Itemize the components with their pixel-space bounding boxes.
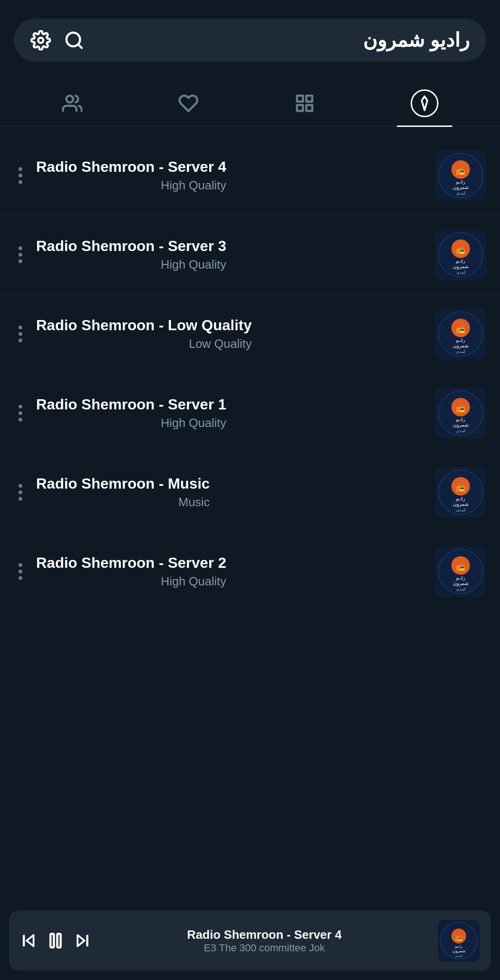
dot: [19, 174, 22, 177]
svg-text:📻: 📻: [456, 404, 465, 413]
svg-text:شمرون: شمرون: [453, 264, 469, 270]
dot: [19, 259, 22, 263]
svg-text:📻: 📻: [456, 166, 465, 175]
svg-rect-5: [306, 96, 312, 102]
station-name: Radio Shemroon - Server 4: [36, 158, 226, 176]
dot: [19, 253, 22, 257]
list-item[interactable]: Radio Shemroon - Server 3 High Quality 📻…: [0, 215, 500, 295]
more-options-button[interactable]: [14, 559, 27, 584]
tab-group[interactable]: [48, 80, 96, 126]
now-playing-logo: 📻 رادیو شمرون کمدی: [438, 920, 480, 961]
more-options-button[interactable]: [14, 479, 27, 505]
svg-text:کمدی: کمدی: [456, 508, 466, 512]
more-options-button[interactable]: [14, 163, 27, 188]
station-name: Radio Shemroon - Server 1: [36, 396, 226, 413]
station-name: Radio Shemroon - Music: [36, 475, 210, 492]
more-options-button[interactable]: [14, 400, 27, 426]
station-left-3: Radio Shemroon - Low Quality Low Quality: [14, 317, 252, 351]
station-info-1: Radio Shemroon - Server 4 High Quality: [36, 158, 226, 193]
station-name: Radio Shemroon - Low Quality: [36, 317, 252, 334]
svg-text:شمرون: شمرون: [453, 501, 469, 507]
dot: [19, 490, 22, 494]
svg-text:📻: 📻: [456, 562, 465, 571]
svg-marker-55: [78, 935, 85, 946]
dot: [19, 411, 22, 415]
svg-point-0: [38, 38, 44, 43]
station-left-5: Radio Shemroon - Music Music: [14, 475, 210, 509]
app-title: رادیو شمرون: [363, 29, 469, 51]
tab-discover[interactable]: [397, 80, 452, 126]
svg-text:📻: 📻: [455, 934, 463, 942]
dot: [19, 180, 22, 184]
more-options-button[interactable]: [14, 321, 27, 347]
compass-circle: [411, 89, 438, 117]
tab-grid[interactable]: [281, 80, 329, 126]
station-logo: 📻 رادیو شمرون کمدی: [435, 308, 486, 359]
station-logo: 📻 رادیو شمرون کمدی: [435, 150, 486, 201]
station-quality: High Quality: [36, 258, 226, 272]
svg-text:رادیو: رادیو: [455, 944, 462, 949]
station-name: Radio Shemroon - Server 2: [36, 554, 226, 572]
svg-text:کمدی: کمدی: [456, 349, 466, 354]
list-item[interactable]: Radio Shemroon - Server 4 High Quality 📻…: [0, 136, 500, 215]
playback-controls: [20, 930, 91, 951]
svg-line-2: [78, 44, 82, 48]
station-left-4: Radio Shemroon - Server 1 High Quality: [14, 396, 226, 430]
station-left-6: Radio Shemroon - Server 2 High Quality: [14, 554, 226, 589]
svg-marker-51: [27, 935, 34, 946]
list-item[interactable]: Radio Shemroon - Low Quality Low Quality…: [0, 295, 500, 374]
dot: [19, 418, 22, 421]
people-icon: [62, 93, 82, 113]
header-icons: [31, 30, 84, 50]
svg-text:📻: 📻: [456, 483, 465, 492]
tab-favorites[interactable]: [164, 80, 212, 126]
compass-icon: [416, 95, 433, 112]
svg-text:کمدی: کمدی: [456, 270, 466, 275]
svg-text:📻: 📻: [456, 245, 465, 254]
now-playing-bar[interactable]: Radio Shemroon - Server 4 E3 The 300 com…: [9, 911, 491, 971]
skip-forward-button[interactable]: [74, 932, 91, 949]
svg-text:کمدی: کمدی: [456, 191, 466, 195]
station-left-2: Radio Shemroon - Server 3 High Quality: [14, 238, 226, 272]
svg-point-3: [66, 96, 73, 103]
svg-rect-6: [306, 105, 312, 111]
station-info-6: Radio Shemroon - Server 2 High Quality: [36, 554, 226, 589]
now-playing-info: Radio Shemroon - Server 4 E3 The 300 com…: [100, 928, 429, 954]
dot: [19, 339, 22, 342]
svg-rect-7: [297, 105, 303, 111]
list-item[interactable]: Radio Shemroon - Server 2 High Quality 📻…: [0, 532, 500, 611]
dot: [19, 570, 22, 573]
dot: [19, 484, 22, 488]
dot: [19, 405, 22, 408]
gear-icon[interactable]: [31, 30, 51, 50]
station-logo: 📻 رادیو شمرون کمدی: [435, 388, 486, 439]
station-quality: High Quality: [36, 416, 226, 430]
list-item[interactable]: Radio Shemroon - Music Music 📻 رادیو شمر…: [0, 453, 500, 532]
svg-text:شمرون: شمرون: [453, 422, 469, 428]
station-quality: High Quality: [36, 178, 226, 193]
station-list: Radio Shemroon - Server 4 High Quality 📻…: [0, 132, 500, 616]
svg-text:شمرون: شمرون: [453, 580, 469, 586]
pause-button[interactable]: [45, 930, 66, 951]
station-quality: High Quality: [36, 574, 226, 589]
svg-text:کمدی: کمدی: [455, 954, 463, 957]
search-icon[interactable]: [64, 30, 84, 50]
skip-back-button[interactable]: [20, 932, 37, 949]
dot: [19, 167, 22, 171]
grid-icon: [294, 93, 315, 113]
tab-bar: [0, 71, 500, 127]
station-left-1: Radio Shemroon - Server 4 High Quality: [14, 158, 226, 193]
station-logo: 📻 رادیو شمرون کمدی: [435, 546, 486, 597]
svg-rect-54: [57, 934, 61, 947]
header-bar: رادیو شمرون: [14, 19, 486, 62]
more-options-button[interactable]: [14, 242, 27, 268]
svg-marker-8: [422, 96, 427, 110]
svg-text:📻: 📻: [456, 325, 465, 333]
svg-text:شمرون: شمرون: [453, 184, 469, 190]
dot: [19, 563, 22, 567]
svg-rect-4: [297, 96, 303, 102]
now-playing-title: Radio Shemroon - Server 4: [100, 928, 429, 942]
list-item[interactable]: Radio Shemroon - Server 1 High Quality 📻…: [0, 374, 500, 453]
dot: [19, 497, 22, 501]
svg-text:کمدی: کمدی: [456, 587, 466, 591]
